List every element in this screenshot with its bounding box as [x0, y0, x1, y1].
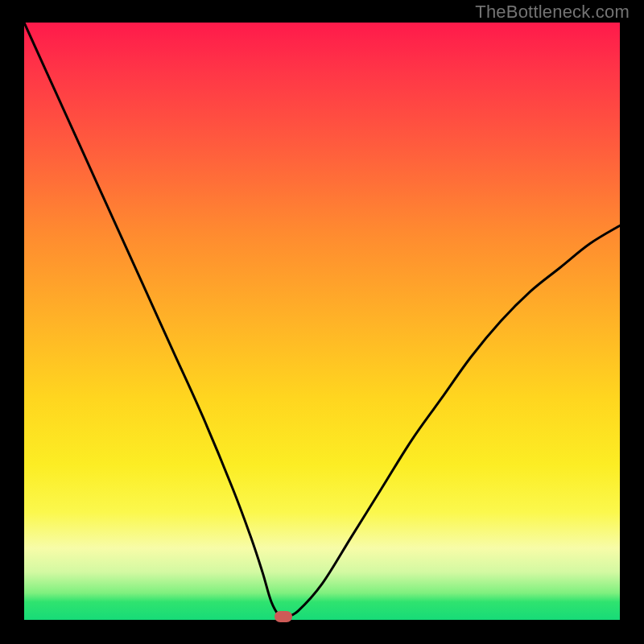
chart-frame: TheBottleneck.com — [0, 0, 644, 644]
bottleneck-curve — [24, 23, 620, 618]
curve-svg — [24, 23, 620, 620]
optimal-point-marker — [275, 611, 292, 622]
plot-area — [24, 23, 620, 620]
watermark-label: TheBottleneck.com — [475, 2, 630, 23]
